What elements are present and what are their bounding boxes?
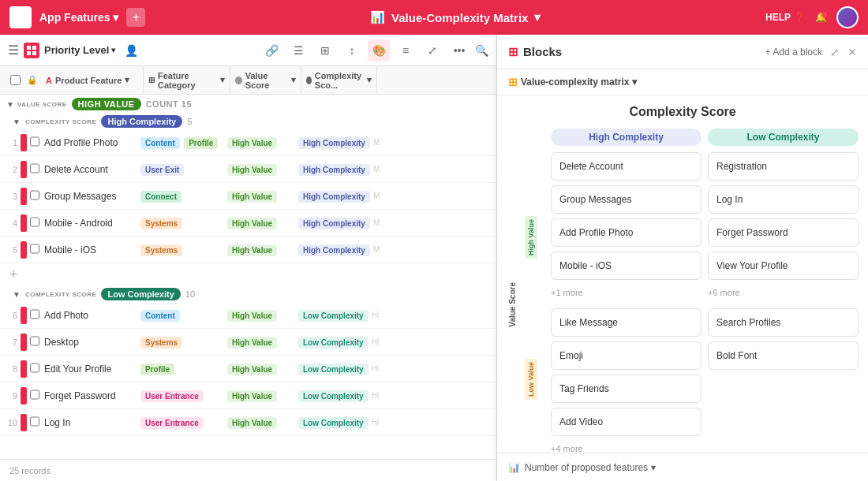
table-row[interactable]: 1 Add Profile Photo Content Profile High… — [0, 129, 496, 156]
cell-add-profile-photo[interactable]: Add Profile Photo — [551, 218, 702, 247]
add-row-button[interactable]: + — [0, 263, 496, 286]
sub-navigation: ☰ Priority Level ▾ 👤 🔗 ☰ ⊞ ↕ 🎨 ≡ ⤢ ••• — [0, 35, 496, 66]
add-board-button[interactable]: + — [126, 8, 145, 27]
view-name[interactable]: Priority Level ▾ — [44, 44, 115, 56]
top-right-actions: HELP ❓ 🔔 — [765, 6, 859, 28]
col-header-low-complexity: Low Complexity — [708, 129, 859, 146]
menu-icon[interactable]: ☰ — [8, 43, 19, 58]
cell-add-video[interactable]: Add Video — [551, 408, 702, 436]
table-row[interactable]: 9 Forget Password User Entrance High Val… — [0, 382, 496, 409]
user-avatar[interactable] — [836, 6, 859, 28]
low-compl-low-val-col: Search Profiles Bold Font — [708, 308, 859, 453]
cell-emoji[interactable]: Emoji — [551, 341, 702, 370]
more-high-compl-low-val[interactable]: +4 more — [551, 441, 702, 453]
svg-rect-7 — [32, 51, 36, 55]
complexity-badge-high[interactable]: High Complexity — [101, 115, 182, 128]
table-row[interactable]: 4 Mobile - Android Systems High Value Hi… — [0, 210, 496, 237]
more-high-compl-high-val[interactable]: +1 more — [551, 285, 702, 300]
link-icon[interactable]: 🔗 — [260, 39, 282, 62]
blocks-content: Complexity Score High Complexity Low Com… — [497, 95, 868, 453]
person-icon[interactable]: 👤 — [120, 39, 142, 62]
high-value-row: Delete Account Group Messages Add Profil… — [551, 152, 859, 300]
table-row[interactable]: 2 Delete Account User Exit High Value Hi… — [0, 156, 496, 183]
column-headers: 🔒 A Product Feature ▾ ⊞ Feature Category… — [0, 66, 496, 95]
filter-icon[interactable]: ☰ — [287, 39, 309, 62]
group-badge-high-value[interactable]: High Value — [72, 98, 141, 110]
group-header-high-value: ▼ VALUE SCORE High Value Count 15 — [0, 95, 496, 114]
sort-icon[interactable]: ↕ — [341, 39, 363, 62]
cell-search-profiles[interactable]: Search Profiles — [708, 308, 859, 337]
low-value-row-label: Low Value — [525, 359, 537, 400]
toolbar-icons: 🔗 ☰ ⊞ ↕ 🎨 ≡ ⤢ ••• 🔍 — [260, 39, 488, 62]
blocks-sub-header: ⊞ Value-complexity matrix ▾ — [497, 69, 868, 95]
svg-rect-1 — [21, 11, 27, 17]
help-button[interactable]: HELP ❓ — [765, 12, 806, 23]
top-navigation: App Features ▾ + 📊 Value-Complexity Matr… — [0, 0, 868, 35]
records-count: 25 records — [0, 459, 496, 481]
col-header-category[interactable]: ⊞ Feature Category ▾ — [144, 66, 230, 94]
table-row[interactable]: 8 Edit Your Profile Profile High Value L… — [0, 356, 496, 382]
color-icon[interactable]: 🎨 — [368, 39, 390, 62]
cell-group-messages[interactable]: Group Messages — [551, 185, 702, 214]
complexity-toggle-low[interactable]: ▼ — [13, 290, 21, 299]
select-all-checkbox[interactable] — [3, 75, 27, 85]
grid-icon[interactable]: ⊞ — [314, 39, 336, 62]
more-icon[interactable]: ••• — [448, 39, 470, 62]
high-compl-high-val-col: Delete Account Group Messages Add Profil… — [551, 152, 702, 300]
complexity-header-high: ▼ COMPLEXITY SCORE High Complexity 5 — [0, 114, 496, 129]
matrix-selector[interactable]: ⊞ Value-complexity matrix ▾ — [508, 76, 637, 88]
cell-forget-password[interactable]: Forget Password — [708, 218, 859, 247]
low-compl-high-val-col: Registration Log In Forget Password View… — [708, 152, 859, 300]
table-row[interactable]: 7 Desktop Systems High Value Low Complex… — [0, 329, 496, 356]
table-row[interactable]: 10 Log In User Entrance High Value Low C… — [0, 409, 496, 436]
high-compl-low-val-col: Like Message Emoji Tag Friends Add Video… — [551, 308, 702, 453]
cell-registration[interactable]: Registration — [708, 152, 859, 181]
complexity-toggle-high[interactable]: ▼ — [13, 117, 21, 126]
cell-tag-friends[interactable]: Tag Friends — [551, 375, 702, 403]
view-type-icon — [24, 43, 39, 58]
table-row[interactable]: 6 Add Photo Content High Value Low Compl… — [0, 302, 496, 329]
col-header-feature[interactable]: A Product Feature ▾ — [41, 66, 144, 94]
cell-like-message[interactable]: Like Message — [551, 308, 702, 337]
search-icon[interactable]: 🔍 — [475, 44, 488, 57]
svg-rect-2 — [14, 18, 20, 24]
expand-button[interactable]: ⤢ — [830, 46, 840, 58]
col-header-complexity[interactable]: Complexity Sco... ▾ — [301, 66, 377, 94]
col-header-value[interactable]: Value Score ▾ — [230, 66, 301, 94]
high-value-row-label: High Value — [525, 216, 537, 259]
matrix-icon: ⊞ — [508, 76, 518, 88]
cell-bold-font[interactable]: Bold Font — [708, 341, 859, 370]
blocks-panel: ⊞ Blocks + Add a block ⤢ ✕ ⊞ Value-compl… — [497, 35, 868, 481]
text-icon[interactable]: ≡ — [395, 39, 417, 62]
complexity-badge-low[interactable]: Low Complexity — [101, 288, 180, 300]
app-logo[interactable] — [9, 6, 32, 28]
complexity-header-low: ▼ COMPLEXITY SCORE Low Complexity 10 — [0, 286, 496, 302]
board-name[interactable]: App Features ▾ — [39, 11, 118, 24]
cell-mobile-ios[interactable]: Mobile - iOS — [551, 252, 702, 280]
more-low-compl-high-val[interactable]: +6 more — [708, 285, 859, 300]
col-header-high-complexity: High Complexity — [551, 129, 702, 146]
lock-icon: 🔒 — [27, 75, 41, 85]
cell-view-your-profile[interactable]: View Your Profile — [708, 252, 859, 280]
table-content: ▼ VALUE SCORE High Value Count 15 ▼ COMP… — [0, 95, 496, 459]
blocks-title: ⊞ Blocks — [508, 45, 759, 59]
table-row[interactable]: 5 Mobile - iOS Systems High Value High C… — [0, 237, 496, 263]
close-button[interactable]: ✕ — [847, 46, 857, 58]
page-title-center: 📊 Value-Complexity Matrix ▾ — [153, 10, 758, 24]
group-toggle[interactable]: ▼ — [6, 100, 14, 109]
cell-delete-account[interactable]: Delete Account — [551, 152, 702, 181]
footer-text[interactable]: Number of proposed features ▾ — [525, 462, 656, 473]
low-value-row: Like Message Emoji Tag Friends Add Video… — [551, 308, 859, 453]
add-block-button[interactable]: + Add a block — [765, 47, 822, 58]
cell-log-in[interactable]: Log In — [708, 185, 859, 214]
blocks-footer: 📊 Number of proposed features ▾ — [497, 453, 868, 481]
blocks-header: ⊞ Blocks + Add a block ⤢ ✕ — [497, 35, 868, 69]
notifications-button[interactable]: 🔔 — [815, 12, 827, 23]
main-content: ☰ Priority Level ▾ 👤 🔗 ☰ ⊞ ↕ 🎨 ≡ ⤢ ••• — [0, 35, 868, 481]
matrix-title: Complexity Score — [507, 105, 859, 119]
table-row[interactable]: 3 Group Messages Connect High Value High… — [0, 183, 496, 210]
table-panel: ☰ Priority Level ▾ 👤 🔗 ☰ ⊞ ↕ 🎨 ≡ ⤢ ••• — [0, 35, 497, 481]
svg-rect-4 — [27, 46, 31, 50]
expand-icon[interactable]: ⤢ — [421, 39, 443, 62]
blocks-actions: + Add a block ⤢ ✕ — [765, 46, 857, 58]
